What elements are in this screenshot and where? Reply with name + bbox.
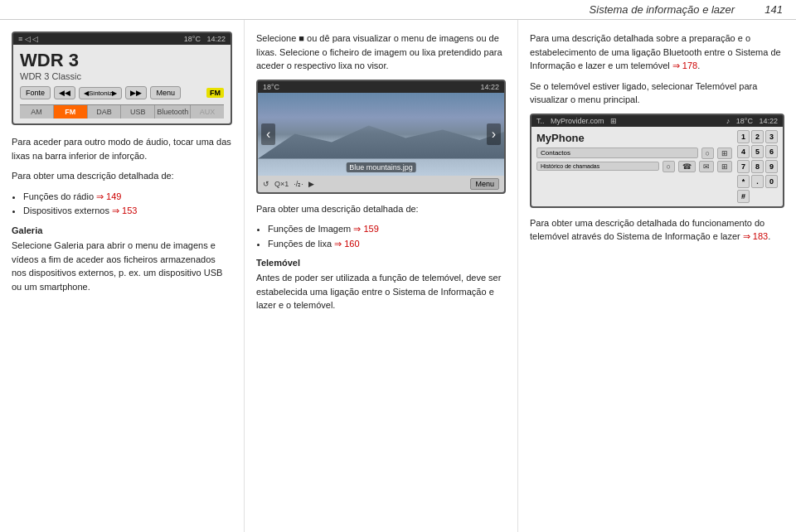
key-hash[interactable]: # xyxy=(737,190,750,203)
phone-actions: Contactos ○ ⊞ Histórico de chamadas ○ ☎ … xyxy=(536,148,732,172)
key-5[interactable]: 5 xyxy=(751,145,764,158)
galeria-text: Selecione Galeria para abrir o menu de i… xyxy=(12,239,232,293)
tab-fm[interactable]: FM xyxy=(54,105,88,118)
telemovel-text: Antes de poder ser utilizada a função de… xyxy=(256,271,506,312)
col2-text-top: Selecione ■ ou dê para visualizar o menu… xyxy=(256,31,506,73)
img-top-time: 14:22 xyxy=(480,83,499,91)
key-4[interactable]: 4 xyxy=(737,145,750,158)
img-play-button[interactable]: ▶ xyxy=(308,180,314,188)
column-3: Para uma descrição detalhada sobre a pre… xyxy=(518,20,796,532)
key-0[interactable]: 0 xyxy=(765,175,778,188)
ref-149: ⇒ 149 xyxy=(96,191,121,201)
ref-160: ⇒ 160 xyxy=(334,239,359,249)
phone-keypad: 1 2 3 4 5 6 7 8 9 * . 0 # xyxy=(737,130,778,203)
source-tabs: AM FM DAB USB Bluetooth AUX xyxy=(20,104,224,118)
column-2: Selecione ■ ou dê para visualizar o menu… xyxy=(245,20,518,532)
galeria-title: Galeria xyxy=(12,225,232,235)
bullet-imagem: Funções de Imagem ⇒ 159 xyxy=(268,222,506,237)
fm-badge: FM xyxy=(206,88,224,98)
img-rotate-button[interactable]: ↺ xyxy=(263,180,269,188)
tab-usb[interactable]: USB xyxy=(121,105,155,118)
contacts-icon2[interactable]: ⊞ xyxy=(717,148,732,159)
img-next-button[interactable]: › xyxy=(487,123,501,145)
img-top-icons: 18°C xyxy=(263,83,279,91)
phone-top-left: T.. MyProvider.com ⊞ xyxy=(536,117,617,125)
col2-text-after: Para obter uma descrição detalhada de: xyxy=(256,202,506,216)
tab-dab[interactable]: DAB xyxy=(88,105,122,118)
bullet-devices: Dispositivos externos ⇒ 153 xyxy=(23,204,232,219)
key-9[interactable]: 9 xyxy=(765,160,778,173)
img-adjust-button[interactable]: ·/₂· xyxy=(294,180,303,188)
bullet-lixa: Funções de lixa ⇒ 160 xyxy=(268,237,506,252)
screen-main: WDR 3 WDR 3 Classic Fonte ◀◀ ◀Sintoniz▶ … xyxy=(13,45,231,123)
contacts-icon1[interactable]: ○ xyxy=(701,148,714,159)
tab-bluetooth[interactable]: Bluetooth xyxy=(155,105,191,118)
key-2[interactable]: 2 xyxy=(751,130,764,143)
key-dot[interactable]: . xyxy=(751,175,764,188)
ref-183: ⇒ 183 xyxy=(743,231,768,241)
ref-159: ⇒ 159 xyxy=(353,224,378,234)
phone-top-bar: T.. MyProvider.com ⊞ ♪ 18°C 14:22 xyxy=(531,115,783,127)
telemovel-title: Telemóvel xyxy=(256,258,506,268)
phone-top-right: ♪ 18°C 14:22 xyxy=(726,117,778,125)
key-8[interactable]: 8 xyxy=(751,160,764,173)
station-sub: WDR 3 Classic xyxy=(20,71,224,81)
img-top-bar: 18°C 14:22 xyxy=(258,81,504,93)
contacts-label: Contactos xyxy=(536,148,698,158)
img-controls: ↺ Q×1 ·/₂· ▶ Menu xyxy=(258,176,504,192)
radio-screen: ≡ ◁ ◁ 18°C 14:22 WDR 3 WDR 3 Classic Fon… xyxy=(12,31,232,125)
bullet-radio: Funções do rádio ⇒ 149 xyxy=(23,190,232,205)
key-1[interactable]: 1 xyxy=(737,130,750,143)
contacts-row: Contactos ○ ⊞ xyxy=(536,148,732,159)
ref-153: ⇒ 153 xyxy=(112,206,137,215)
history-icon2[interactable]: ☎ xyxy=(678,161,696,172)
img-zoom-button[interactable]: Q×1 xyxy=(274,180,289,188)
img-menu-button[interactable]: Menu xyxy=(470,178,499,190)
key-star[interactable]: * xyxy=(737,175,750,188)
col1-text1: Para aceder para outro modo de áudio, to… xyxy=(12,135,232,162)
phone-left-panel: MyPhone Contactos ○ ⊞ Histórico de chama… xyxy=(536,130,732,203)
screen-icons: ≡ ◁ ◁ xyxy=(18,35,38,43)
col1-text2: Para obter uma descrição detalhada de: xyxy=(12,169,232,183)
col3-text-top: Para uma descrição detalhada sobre a pre… xyxy=(530,31,784,73)
key-7[interactable]: 7 xyxy=(737,160,750,173)
menu-button[interactable]: Menu xyxy=(150,86,181,99)
station-name: WDR 3 xyxy=(20,50,224,71)
prev-prev-button[interactable]: ◀◀ xyxy=(54,86,75,99)
main-content: ≡ ◁ ◁ 18°C 14:22 WDR 3 WDR 3 Classic Fon… xyxy=(0,20,796,532)
chapter-title: Sistema de informação e lazer xyxy=(590,3,735,16)
keypad-grid: 1 2 3 4 5 6 7 8 9 * . 0 # xyxy=(737,130,778,203)
key-6[interactable]: 6 xyxy=(765,145,778,158)
radio-controls: Fonte ◀◀ ◀Sintoniz▶ ▶▶ Menu FM xyxy=(20,86,224,99)
tab-aux[interactable]: AUX xyxy=(191,105,224,118)
phone-screen: T.. MyProvider.com ⊞ ♪ 18°C 14:22 MyPhon… xyxy=(530,114,784,208)
img-prev-button[interactable]: ‹ xyxy=(261,123,275,145)
fonte-button[interactable]: Fonte xyxy=(20,86,51,99)
screen-temp-time: 18°C 14:22 xyxy=(184,35,226,43)
col1-bullets: Funções do rádio ⇒ 149 Dispositivos exte… xyxy=(23,190,232,219)
history-icon3[interactable]: ✉ xyxy=(699,161,714,172)
history-row: Histórico de chamadas ○ ☎ ✉ ⊞ xyxy=(536,161,732,172)
column-1: ≡ ◁ ◁ 18°C 14:22 WDR 3 WDR 3 Classic Fon… xyxy=(0,20,245,532)
next-next-button[interactable]: ▶▶ xyxy=(125,86,147,99)
history-icon1[interactable]: ○ xyxy=(663,161,675,172)
page-number: 141 xyxy=(764,3,783,16)
history-icon4[interactable]: ⊞ xyxy=(717,161,732,172)
sintoniz-button[interactable]: ◀Sintoniz▶ xyxy=(79,87,122,99)
screen-top-bar: ≡ ◁ ◁ 18°C 14:22 xyxy=(13,33,231,45)
col3-text-bottom: Para obter uma descrição detalhada do fu… xyxy=(530,216,784,244)
page-header: Sistema de informação e lazer 141 xyxy=(0,0,796,20)
tab-am[interactable]: AM xyxy=(20,105,54,118)
img-display: ‹ › Blue mountains.jpg xyxy=(258,93,504,176)
phone-name: MyPhone xyxy=(536,132,732,144)
key-3[interactable]: 3 xyxy=(765,130,778,143)
col2-bullets: Funções de Imagem ⇒ 159 Funções de lixa … xyxy=(268,222,506,251)
history-label: Histórico de chamadas xyxy=(536,162,659,171)
img-filename: Blue mountains.jpg xyxy=(346,162,416,172)
image-viewer: 18°C 14:22 ‹ › Blue mountains.jpg ↺ Q×1 … xyxy=(256,80,506,194)
col3-text-mid: Se o telemóvel estiver ligado, seleciona… xyxy=(530,80,784,107)
ref-178: ⇒ 178 xyxy=(672,60,697,70)
phone-main: MyPhone Contactos ○ ⊞ Histórico de chama… xyxy=(531,127,783,206)
